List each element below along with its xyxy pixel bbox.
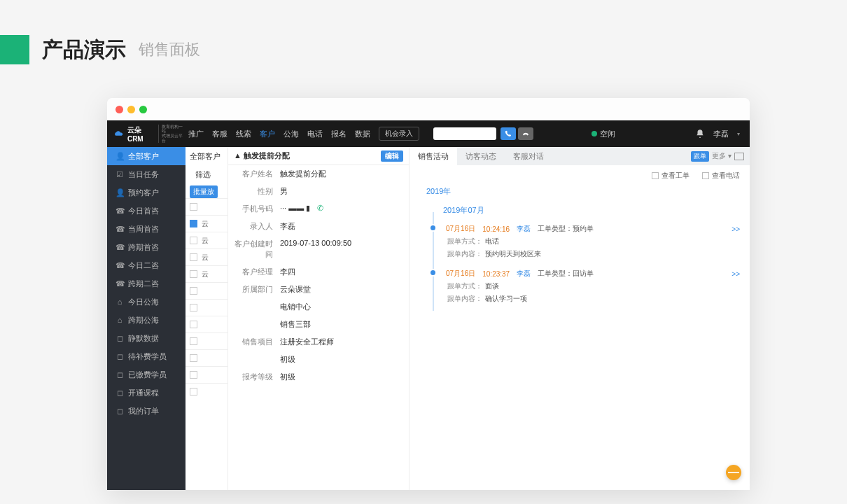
call-button[interactable]: [500, 127, 516, 140]
nav-item-2[interactable]: 线索: [236, 129, 251, 139]
follow-pill[interactable]: 跟单: [691, 151, 709, 162]
field-value: 初级: [280, 372, 403, 382]
checkbox[interactable]: [190, 237, 197, 244]
edit-button[interactable]: 编辑: [381, 150, 403, 162]
nav-item-7[interactable]: 数据: [355, 129, 370, 139]
layout-icon[interactable]: [734, 153, 744, 160]
field-key: 客户姓名: [228, 169, 280, 179]
sidebar-item-12[interactable]: ◻已缴费学员: [107, 365, 186, 384]
list-row[interactable]: 云: [186, 215, 227, 232]
maximize-dot[interactable]: [139, 106, 147, 113]
sidebar-item-0[interactable]: 👤全部客户: [107, 147, 186, 165]
sidebar-item-7[interactable]: ☎跨期二咨: [107, 274, 186, 293]
field-value: 2019-07-13 00:09:50: [280, 239, 403, 260]
list-row[interactable]: [186, 349, 227, 366]
activity-tab-1[interactable]: 访客动态: [457, 147, 505, 165]
sidebar-item-3[interactable]: ☎今日首咨: [107, 202, 186, 220]
fab-button[interactable]: —: [726, 465, 741, 480]
detail-field: 手机号码··· ▬▬ ▮✆: [228, 200, 409, 218]
sidebar-item-label: 跨期公海: [128, 315, 159, 326]
bell-icon[interactable]: [695, 129, 705, 139]
detail-field: 初级: [228, 351, 409, 368]
tl-user[interactable]: 李磊: [517, 269, 531, 279]
filter-label[interactable]: 筛选: [195, 169, 227, 180]
side-icon: ⌂: [115, 298, 124, 306]
search-input[interactable]: [433, 127, 496, 140]
sidebar-item-label: 预约客户: [128, 188, 159, 198]
sidebar-item-10[interactable]: ◻静默数据: [107, 329, 186, 347]
tl-user[interactable]: 李磊: [517, 224, 531, 234]
list-row[interactable]: 云: [186, 248, 227, 265]
nav-item-6[interactable]: 报名: [331, 129, 346, 139]
list-row[interactable]: 云: [186, 232, 227, 248]
checkbox[interactable]: [190, 304, 197, 312]
sidebar-item-14[interactable]: ◻我的订单: [107, 402, 186, 420]
list-row[interactable]: [186, 316, 227, 332]
sidebar-item-1[interactable]: ☑当日任务: [107, 165, 186, 183]
user-name[interactable]: 李磊: [713, 129, 729, 139]
person-icon: ▲: [234, 151, 244, 160]
sidebar-item-4[interactable]: ☎当周首咨: [107, 220, 186, 238]
activity-panel: 销售活动访客动态客服对话 跟单 更多 ▾ 查看工单 查看电话 2019年 201…: [410, 147, 750, 490]
sidebar-item-13[interactable]: ◻开通课程: [107, 384, 186, 402]
list-row[interactable]: [186, 282, 227, 299]
list-row[interactable]: [186, 299, 227, 316]
checkbox[interactable]: [190, 270, 197, 278]
nav-item-0[interactable]: 推广: [188, 129, 204, 139]
activity-tab-2[interactable]: 客服对话: [505, 147, 552, 165]
checkbox[interactable]: [190, 337, 197, 345]
minimize-dot[interactable]: [127, 106, 135, 113]
checkbox[interactable]: [190, 253, 197, 261]
checkbox[interactable]: [190, 321, 197, 328]
list-row[interactable]: [186, 332, 227, 349]
sidebar-item-6[interactable]: ☎今日二咨: [107, 256, 186, 274]
nav-item-1[interactable]: 客服: [212, 129, 227, 139]
status-text: 空闲: [600, 129, 615, 139]
list-row[interactable]: [186, 383, 227, 400]
nav-item-4[interactable]: 公海: [284, 129, 299, 139]
more-link[interactable]: 更多 ▾: [712, 151, 732, 161]
checkbox[interactable]: [190, 354, 197, 362]
timeline-item: 07月16日10:23:37李磊工单类型：回访单>>跟单方式：面谈跟单内容：确认…: [429, 266, 740, 311]
field-key: [228, 302, 280, 312]
checkbox[interactable]: [190, 388, 197, 396]
detail-field: 录入人李磊: [228, 218, 409, 235]
list-row[interactable]: 云: [186, 265, 227, 282]
activity-tab-0[interactable]: 销售活动: [410, 147, 457, 165]
field-key: 销售项目: [228, 337, 280, 347]
nav-item-3[interactable]: 客户: [260, 129, 275, 139]
close-dot[interactable]: [115, 106, 123, 113]
bulk-chip[interactable]: 批量放: [190, 186, 218, 198]
opportunity-button[interactable]: 机会录入: [379, 127, 419, 141]
list-row[interactable]: [186, 366, 227, 383]
checkbox[interactable]: [190, 287, 197, 295]
timeline-row: 跟单方式：电话: [446, 237, 740, 246]
list-row[interactable]: [186, 198, 227, 215]
checkbox[interactable]: [190, 220, 197, 227]
field-key: [228, 354, 280, 365]
tl-more[interactable]: >>: [732, 270, 740, 278]
sidebar-item-label: 今日二咨: [128, 260, 159, 271]
chevron-down-icon[interactable]: ▾: [737, 131, 740, 137]
field-key: 客户创建时间: [228, 239, 280, 260]
phone-icon[interactable]: ✆: [317, 204, 323, 212]
year-label: 2019年: [410, 186, 750, 197]
sidebar-item-label: 我的订单: [128, 406, 159, 416]
sidebar-item-11[interactable]: ◻待补费学员: [107, 347, 186, 365]
tl-date: 07月16日: [446, 269, 475, 279]
sidebar-item-9[interactable]: ⌂跨期公海: [107, 311, 186, 329]
checkbox[interactable]: [190, 203, 197, 211]
sidebar-item-8[interactable]: ⌂今日公海: [107, 293, 186, 311]
field-value: 触发提前分配: [280, 169, 403, 179]
sidebar-item-2[interactable]: 👤预约客户: [107, 183, 186, 202]
checkbox[interactable]: [190, 371, 197, 379]
side-icon: 👤: [115, 152, 124, 161]
hangup-button[interactable]: [518, 127, 533, 140]
view-orders-check[interactable]: 查看工单: [652, 171, 690, 181]
view-calls-check[interactable]: 查看电话: [702, 171, 740, 181]
nav-items: 推广客服线索客户公海电话报名数据: [186, 129, 370, 139]
tl-more[interactable]: >>: [732, 225, 740, 233]
logo[interactable]: 云朵CRM 教育机构一站 式增员云平台: [107, 125, 186, 143]
sidebar-item-5[interactable]: ☎跨期首咨: [107, 238, 186, 256]
nav-item-5[interactable]: 电话: [307, 129, 323, 139]
